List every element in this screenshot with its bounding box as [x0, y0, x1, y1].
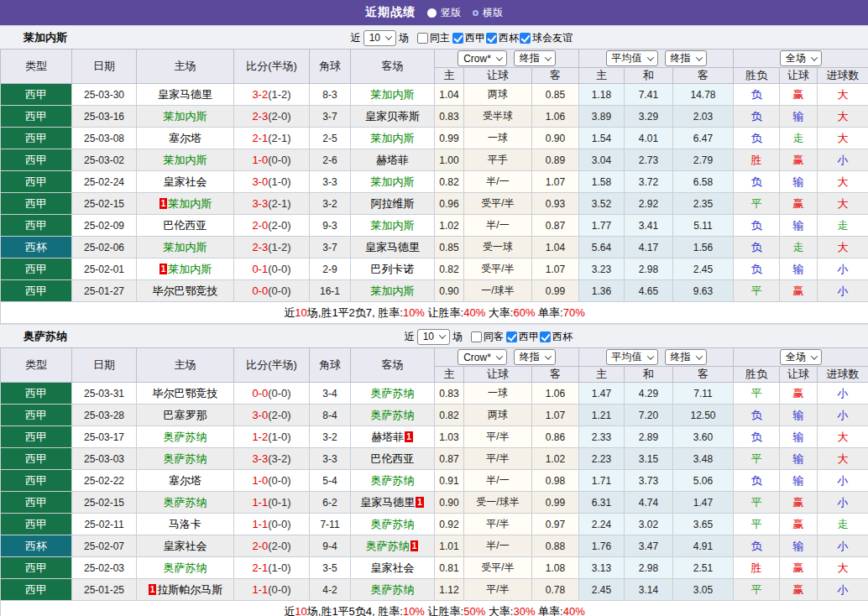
avg-stage-select[interactable]: 终指 [665, 349, 707, 365]
team-name-link[interactable]: 奥萨苏纳 [366, 540, 410, 552]
avg-source-select[interactable]: 平均值 [606, 349, 658, 365]
team-name-link[interactable]: 奥萨苏纳 [164, 452, 207, 465]
recent-count-select[interactable]: 10 [417, 329, 450, 345]
odds-source-select[interactable]: Crow* [458, 50, 507, 66]
match-rows: 西甲25-03-31毕尔巴鄂竞技0-0(0-0)3-4奥萨苏纳0.83一球1.0… [1, 383, 868, 601]
avg-source-select[interactable]: 平均值 [606, 50, 658, 66]
team-name-link[interactable]: 皇家马德里 [360, 496, 415, 509]
team-name-link[interactable]: 巴塞罗那 [164, 409, 207, 421]
checkbox-unchecked-icon[interactable] [417, 33, 428, 44]
team-name-link[interactable]: 莱加内斯 [371, 132, 415, 144]
team-name-link[interactable]: 皇家马德里 [365, 241, 420, 253]
result-value: 输 [793, 175, 804, 188]
team-name-link[interactable]: 塞尔塔 [169, 474, 201, 487]
team-name-link[interactable]: 莱加内斯 [168, 197, 212, 210]
team-name-link[interactable]: 赫塔菲 [376, 154, 409, 166]
team-name-link[interactable]: 马洛卡 [169, 518, 201, 530]
team-name-link[interactable]: 皇家马德里 [158, 88, 212, 101]
result-value: 小 [838, 583, 849, 596]
result-value: 胜 [751, 561, 762, 574]
team-name-link[interactable]: 莱加内斯 [164, 241, 207, 253]
recent-label: 近 [405, 330, 415, 344]
team-name-link[interactable]: 巴列卡诺 [371, 263, 415, 275]
scope-select[interactable]: 全场 [780, 349, 822, 365]
league-type: 西甲 [1, 492, 72, 514]
same-venue-filter[interactable]: 同主 [417, 31, 450, 45]
radio-selected-icon[interactable] [427, 8, 437, 18]
summary-stat-label: 让胜率: [425, 306, 463, 319]
odds-stage-select[interactable]: 终指 [514, 349, 556, 365]
team-name-link[interactable]: 皇家社会 [164, 540, 207, 552]
team-name-link[interactable]: 巴伦西亚 [164, 219, 207, 232]
corner-score: 5-4 [310, 470, 351, 492]
odds-handicap: 平/半 [464, 579, 532, 601]
fulltime-score: 1-1 [252, 583, 268, 596]
team-name-link[interactable]: 毕尔巴鄂竞技 [153, 285, 218, 297]
corner-score: 9-4 [310, 535, 351, 557]
radio-unselected-icon[interactable] [473, 10, 478, 16]
page-title: 近期战绩 [365, 5, 416, 20]
checkbox-checked-icon[interactable] [520, 33, 531, 44]
league-filter[interactable]: 球会友谊 [520, 31, 573, 45]
team-name-link[interactable]: 奥萨苏纳 [164, 496, 207, 509]
league-type: 西甲 [1, 557, 72, 579]
corner-score: 6-2 [310, 492, 351, 514]
team-name-link[interactable]: 莱加内斯 [371, 88, 415, 101]
team-name-link[interactable]: 莱加内斯 [371, 219, 415, 232]
team-name-link[interactable]: 奥萨苏纳 [371, 387, 415, 399]
team-name-link[interactable]: 阿拉维斯 [371, 197, 415, 210]
home-team: 毕尔巴鄂竞技 [137, 280, 234, 302]
odds-stage-select[interactable]: 终指 [514, 50, 556, 66]
team-name-link[interactable]: 毕尔巴鄂竞技 [153, 387, 218, 399]
match-date: 25-02-06 [72, 237, 137, 258]
checkbox-checked-icon[interactable] [540, 331, 551, 342]
team-name-link[interactable]: 莱加内斯 [371, 175, 415, 188]
checkbox-checked-icon[interactable] [506, 331, 517, 342]
league-filter[interactable]: 西甲 [452, 31, 485, 45]
odds-away: 1.07 [532, 405, 579, 426]
team-name-link[interactable]: 奥萨苏纳 [371, 474, 415, 487]
corner-score: 3-7 [310, 106, 351, 128]
team-name-link[interactable]: 莱加内斯 [164, 110, 207, 123]
odds-away: 0.99 [532, 492, 579, 514]
score: 2-3(2-0) [234, 106, 310, 128]
scope-select[interactable]: 全场 [780, 50, 822, 66]
league-filter[interactable]: 西甲 [506, 330, 539, 344]
home-team: 莱加内斯 [137, 149, 234, 171]
team-name-link[interactable]: 奥萨苏纳 [164, 431, 207, 443]
chevron-down-icon [811, 54, 818, 60]
checkbox-checked-icon[interactable] [486, 33, 497, 44]
odds-source-select[interactable]: Crow* [458, 349, 507, 365]
avg-home: 3.04 [579, 149, 625, 171]
team-name-link[interactable]: 赫塔菲 [371, 431, 404, 443]
team-name-link[interactable]: 奥萨苏纳 [371, 518, 415, 530]
odds-home: 1.04 [435, 84, 464, 106]
team-name-link[interactable]: 皇家社会 [371, 561, 415, 574]
team-name-link[interactable]: 巴伦西亚 [371, 452, 415, 465]
league-type: 西甲 [1, 383, 72, 405]
avg-stage-select[interactable]: 终指 [665, 50, 707, 66]
team-name-link[interactable]: 莱加内斯 [168, 263, 212, 275]
team-name-link[interactable]: 塞尔塔 [169, 132, 201, 144]
team-name-link[interactable]: 皇家贝蒂斯 [365, 110, 420, 123]
checkbox-checked-icon[interactable] [452, 33, 463, 44]
layout-radio-horizontal[interactable]: 横版 [473, 6, 503, 20]
team-name-link[interactable]: 皇家社会 [164, 175, 207, 188]
team-name-link[interactable]: 奥萨苏纳 [371, 583, 415, 596]
league-filter[interactable]: 西杯 [540, 330, 573, 344]
recent-count-value: 10 [369, 32, 380, 44]
team-name-link[interactable]: 拉斯帕尔马斯 [157, 583, 222, 596]
recent-count-select[interactable]: 10 [363, 30, 396, 46]
result-goals: 大 [818, 557, 868, 579]
team-name-link[interactable]: 奥萨苏纳 [164, 561, 207, 574]
league-filter[interactable]: 西杯 [486, 31, 519, 45]
avg-away: 9.63 [673, 280, 734, 302]
checkbox-unchecked-icon[interactable] [471, 331, 482, 342]
same-venue-filter[interactable]: 同客 [471, 330, 504, 344]
team-name-link[interactable]: 莱加内斯 [164, 154, 207, 166]
team-name-link[interactable]: 莱加内斯 [371, 285, 415, 297]
result-value: 大 [838, 452, 849, 465]
chevron-down-icon [439, 331, 446, 338]
team-name-link[interactable]: 奥萨苏纳 [371, 409, 415, 421]
layout-radio-vertical[interactable]: 竖版 [427, 6, 461, 20]
